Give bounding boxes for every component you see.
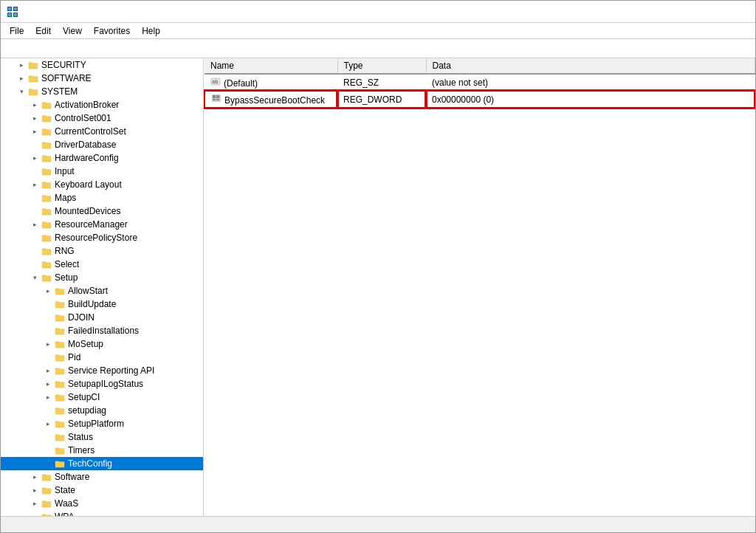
expander-activationbroker[interactable]: ▸	[29, 99, 41, 111]
tree-item-waas[interactable]: ▸ WaaS	[1, 497, 203, 510]
menu-item-favorites[interactable]: Favorites	[88, 24, 136, 38]
expander-hardwareconfig[interactable]: ▸	[29, 152, 41, 164]
expander-mosetup[interactable]: ▸	[42, 338, 54, 350]
tree-item-techconfig[interactable]: TechConfig	[1, 457, 203, 470]
tree-item-software2[interactable]: ▸ Software	[1, 470, 203, 484]
folder-icon-currentcontrolset	[41, 125, 52, 137]
expander-setupapilogstatus[interactable]: ▸	[42, 378, 54, 390]
folder-icon-resourcepolicystore	[41, 232, 52, 244]
expander-rng[interactable]	[29, 245, 41, 257]
expander-waas[interactable]: ▸	[29, 498, 41, 509]
tree-item-setupci[interactable]: ▸ SetupCI	[1, 391, 203, 404]
expander-status[interactable]	[42, 431, 54, 443]
expander-allowstart[interactable]: ▸	[42, 285, 54, 297]
expander-buildupdate[interactable]	[42, 298, 54, 310]
tree-panel: ▸ SECURITY▸ SOFTWARE▾ SYSTEM▸ Activation…	[1, 58, 204, 516]
tree-item-wpa[interactable]: ▸ WPA	[1, 510, 203, 516]
tree-item-select[interactable]: Select	[1, 258, 203, 271]
tree-item-input[interactable]: Input	[1, 165, 203, 178]
folder-icon-status	[54, 431, 66, 443]
expander-state[interactable]: ▸	[29, 484, 41, 496]
menu-item-view[interactable]: View	[57, 24, 88, 38]
tree-item-djoin[interactable]: DJOIN	[1, 311, 203, 324]
svg-rect-100	[55, 461, 64, 467]
tree-item-rng[interactable]: RNG	[1, 244, 203, 258]
close-button[interactable]	[727, 4, 749, 19]
expander-djoin[interactable]	[42, 312, 54, 323]
tree-item-activationbroker[interactable]: ▸ ActivationBroker	[1, 98, 203, 111]
folder-icon-select	[41, 258, 52, 270]
tree-item-security[interactable]: ▸ SECURITY	[1, 58, 203, 72]
tree-item-mounteddevices[interactable]: MountedDevices	[1, 204, 203, 218]
menu-item-file[interactable]: File	[4, 24, 30, 38]
expander-resourcemanager[interactable]: ▸	[29, 219, 41, 230]
tree-item-maps[interactable]: Maps	[1, 191, 203, 204]
expander-servicereporting[interactable]: ▸	[42, 365, 54, 376]
expander-timers[interactable]	[42, 444, 54, 456]
tree-item-controlset001[interactable]: ▸ ControlSet001	[1, 111, 203, 125]
expander-security[interactable]: ▸	[16, 59, 27, 71]
expander-setupdiag[interactable]	[42, 405, 54, 416]
tree-item-timers[interactable]: Timers	[1, 444, 203, 457]
tree-item-mosetup[interactable]: ▸ MoSetup	[1, 337, 203, 351]
tree-item-failedinstallations[interactable]: FailedInstallations	[1, 324, 203, 337]
detail-row-default[interactable]: ab (Default)REG_SZ(value not set)	[205, 74, 755, 91]
expander-input[interactable]	[29, 165, 41, 177]
tree-label-wpa: WPA	[55, 512, 74, 516]
tree-item-servicereporting[interactable]: ▸ Service Reporting API	[1, 364, 203, 377]
tree-item-hardwareconfig[interactable]: ▸ HardwareConfig	[1, 151, 203, 165]
tree-item-driverdatabase[interactable]: DriverDatabase	[1, 138, 203, 151]
tree-item-system[interactable]: ▾ SYSTEM	[1, 85, 203, 98]
folder-icon-techconfig	[54, 458, 66, 470]
tree-item-keyboardlayout[interactable]: ▸ Keyboard Layout	[1, 178, 203, 191]
expander-software[interactable]: ▸	[16, 72, 27, 84]
menu-item-help[interactable]: Help	[136, 24, 166, 38]
folder-icon-system	[27, 86, 39, 97]
tree-item-status[interactable]: Status	[1, 430, 203, 444]
expander-keyboardlayout[interactable]: ▸	[29, 179, 41, 190]
expander-controlset001[interactable]: ▸	[29, 112, 41, 124]
tree-item-setupapilogstatus[interactable]: ▸ SetupapILogStatus	[1, 377, 203, 391]
tree-label-status: Status	[68, 432, 93, 442]
tree-label-security: SECURITY	[41, 60, 86, 70]
tree-item-pid[interactable]: Pid	[1, 351, 203, 364]
tree-item-resourcepolicystore[interactable]: ResourcePolicyStore	[1, 231, 203, 244]
expander-wpa[interactable]: ▸	[29, 511, 41, 516]
expander-setupplatform[interactable]: ▸	[42, 418, 54, 430]
expander-techconfig[interactable]	[42, 458, 54, 470]
folder-icon-timers	[54, 444, 66, 456]
tree-item-setupplatform[interactable]: ▸ SetupPlatform	[1, 417, 203, 430]
tree-label-mounteddevices: MountedDevices	[55, 206, 120, 216]
detail-row-bypasssecurebootcheck[interactable]: BypassSecureBootCheckREG_DWORD0x00000000…	[205, 91, 755, 108]
tree-item-software[interactable]: ▸ SOFTWARE	[1, 72, 203, 85]
expander-failedinstallations[interactable]	[42, 325, 54, 337]
tree-item-buildupdate[interactable]: BuildUpdate	[1, 298, 203, 311]
expander-setupci[interactable]: ▸	[42, 391, 54, 403]
expander-resourcepolicystore[interactable]	[29, 232, 41, 244]
menu-item-edit[interactable]: Edit	[30, 24, 57, 38]
tree-label-buildupdate: BuildUpdate	[68, 299, 116, 309]
folder-icon-driverdatabase	[41, 139, 52, 151]
tree-item-resourcemanager[interactable]: ▸ ResourceManager	[1, 218, 203, 231]
tree-item-state[interactable]: ▸ State	[1, 484, 203, 497]
tree-label-failedinstallations: FailedInstallations	[68, 326, 139, 336]
tree-item-setup[interactable]: ▾ Setup	[1, 271, 203, 284]
expander-pid[interactable]	[42, 351, 54, 363]
row-type-default: REG_SZ	[337, 74, 426, 91]
minimize-button[interactable]	[680, 4, 702, 19]
tree-item-allowstart[interactable]: ▸ AllowStart	[1, 284, 203, 298]
tree-item-setupdiag[interactable]: setupdiag	[1, 404, 203, 417]
expander-software2[interactable]: ▸	[29, 471, 41, 483]
maximize-button[interactable]	[704, 4, 726, 19]
expander-maps[interactable]	[29, 192, 41, 204]
tree-label-hardwareconfig: HardwareConfig	[55, 153, 119, 163]
expander-select[interactable]	[29, 258, 41, 270]
expander-setup[interactable]: ▾	[29, 272, 41, 283]
svg-rect-112	[42, 515, 51, 516]
expander-system[interactable]: ▾	[16, 86, 27, 97]
expander-currentcontrolset[interactable]: ▸	[29, 125, 41, 137]
expander-driverdatabase[interactable]	[29, 139, 41, 151]
tree-item-currentcontrolset[interactable]: ▸ CurrentControlSet	[1, 125, 203, 138]
folder-icon-servicereporting	[54, 365, 66, 376]
expander-mounteddevices[interactable]	[29, 205, 41, 217]
